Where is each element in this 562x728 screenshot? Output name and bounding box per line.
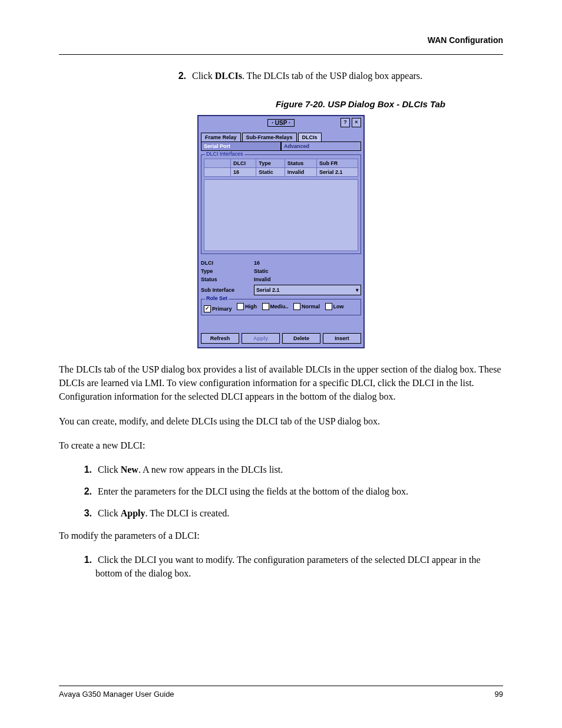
role-medium[interactable]: Mediu.. [262, 303, 289, 310]
checkbox-icon [293, 303, 300, 310]
cell-blank [204, 168, 231, 177]
step-number: 3. [77, 506, 92, 520]
step-number: 2. [77, 485, 92, 498]
footer-rule [59, 686, 503, 686]
sub-interface-select[interactable]: Serial 2.1 ▾ [254, 285, 361, 295]
step-text-post: Enter the parameters for the DLCI using … [98, 486, 408, 496]
delete-button[interactable]: Delete [282, 333, 320, 344]
checkbox-icon [237, 303, 244, 310]
intro-bold: DLCIs [215, 71, 242, 81]
dlci-table[interactable]: DLCI Type Status Sub FR 16 Static Invali… [204, 159, 358, 177]
list-item: 3. Click Apply. The DLCI is created. [77, 506, 503, 520]
footer-page-number: 99 [495, 690, 503, 699]
step-number: 1. [77, 463, 92, 476]
paragraph: The DLCIs tab of the USP dialog box prov… [59, 363, 503, 404]
usp-dialog: · USP · ? × Frame Relay Sub-Frame-Relays… [197, 115, 365, 348]
close-icon[interactable]: × [352, 118, 361, 127]
role-primary[interactable]: ✓Primary [204, 305, 232, 312]
intro-step: 2. Click DLCIs. The DLCIs tab of the USP… [171, 71, 503, 81]
role-label: Primary [212, 306, 232, 312]
status-label: Status [201, 276, 254, 282]
role-label: Normal [302, 304, 320, 309]
title-bar: · USP · ? × [199, 116, 363, 129]
role-normal[interactable]: Normal [293, 303, 320, 310]
paragraph: To modify the parameters of a DLCI: [59, 529, 503, 542]
tab-dlcis[interactable]: DLCIs [298, 133, 322, 141]
step-text-pre: Click [98, 508, 121, 518]
insert-button[interactable]: Insert [323, 333, 361, 344]
step-number: 2. [171, 71, 186, 81]
col-blank [204, 159, 231, 168]
role-set-panel: Role Set ✓Primary High Mediu.. Normal Lo… [201, 299, 361, 315]
checkbox-icon [262, 303, 269, 310]
checkbox-icon: ✓ [204, 305, 211, 312]
table-empty-area [204, 179, 358, 251]
subtab-advanced[interactable]: Advanced [281, 141, 361, 151]
checkbox-icon [325, 303, 332, 310]
figure-caption: Figure 7-20. USP Dialog Box - DLCIs Tab [218, 99, 503, 109]
step-bold: Apply [121, 508, 146, 518]
step-text-pre: Click [98, 465, 121, 475]
list-item: 1. Click New. A new row appears in the D… [77, 463, 503, 476]
panel-label: DLCI Interfaces [205, 151, 244, 157]
cell-subfr: Serial 2.1 [316, 168, 358, 177]
subtab-serial-port[interactable]: Serial Port [201, 141, 281, 151]
tab-frame-relay[interactable]: Frame Relay [201, 133, 241, 141]
button-row: Refresh Apply Delete Insert [199, 333, 363, 347]
dlci-interfaces-panel: DLCI Interfaces DLCI Type Status Sub FR … [201, 154, 361, 254]
section-header: WAN Configuration [428, 35, 503, 45]
help-icon[interactable]: ? [340, 118, 350, 127]
cell-type: Static [256, 168, 285, 177]
role-label: Low [333, 304, 344, 309]
sub-interface-label: Sub Interface [201, 287, 254, 293]
col-status: Status [285, 159, 316, 168]
col-dlci: DLCI [231, 159, 256, 168]
cell-status: Invalid [285, 168, 316, 177]
list-item: 2. Enter the parameters for the DLCI usi… [77, 485, 503, 498]
page-footer: Avaya G350 Manager User Guide 99 [59, 686, 503, 699]
apply-button[interactable]: Apply [242, 333, 280, 344]
dialog-title: · USP · [267, 119, 295, 127]
header-rule [59, 54, 503, 55]
role-label: High [245, 304, 257, 309]
role-set-label: Role Set [205, 295, 229, 301]
chevron-down-icon: ▾ [356, 287, 359, 293]
step-text-post: . The DLCI is created. [145, 508, 229, 518]
role-low[interactable]: Low [325, 303, 344, 310]
dlci-label: DLCI [201, 260, 254, 266]
intro-text-suffix: . The DLCIs tab of the USP dialog box ap… [242, 71, 422, 81]
status-value: Invalid [254, 276, 361, 282]
type-label: Type [201, 268, 254, 274]
step-number: 1. [77, 553, 92, 566]
type-value: Static [254, 268, 361, 274]
step-text-post: . A new row appears in the DLCIs list. [138, 465, 283, 475]
role-high[interactable]: High [237, 303, 257, 310]
step-bold: New [121, 465, 138, 475]
step-text-post: Click the DLCI you want to modify. The c… [95, 555, 481, 578]
tabs-row: Frame Relay Sub-Frame-Relays DLCIs [201, 133, 361, 141]
paragraph: You can create, modify, and delete DLCIs… [59, 414, 503, 428]
paragraph: To create a new DLCI: [59, 439, 503, 452]
role-label: Mediu.. [270, 304, 289, 309]
cell-dlci: 16 [231, 168, 256, 177]
sub-interface-value: Serial 2.1 [256, 287, 280, 293]
refresh-button[interactable]: Refresh [201, 333, 239, 344]
footer-left: Avaya G350 Manager User Guide [59, 690, 174, 699]
subtabs-row: Serial Port Advanced [201, 141, 361, 151]
body-text: The DLCIs tab of the USP dialog box prov… [59, 363, 503, 580]
tab-sub-frame-relays[interactable]: Sub-Frame-Relays [242, 133, 297, 141]
table-header-row: DLCI Type Status Sub FR [204, 159, 358, 168]
col-type: Type [256, 159, 285, 168]
col-subfr: Sub FR [316, 159, 358, 168]
table-row[interactable]: 16 Static Invalid Serial 2.1 [204, 168, 358, 177]
list-item: 1. Click the DLCI you want to modify. Th… [77, 553, 503, 580]
intro-text-prefix: Click [192, 71, 215, 81]
dlci-value: 16 [254, 260, 361, 266]
